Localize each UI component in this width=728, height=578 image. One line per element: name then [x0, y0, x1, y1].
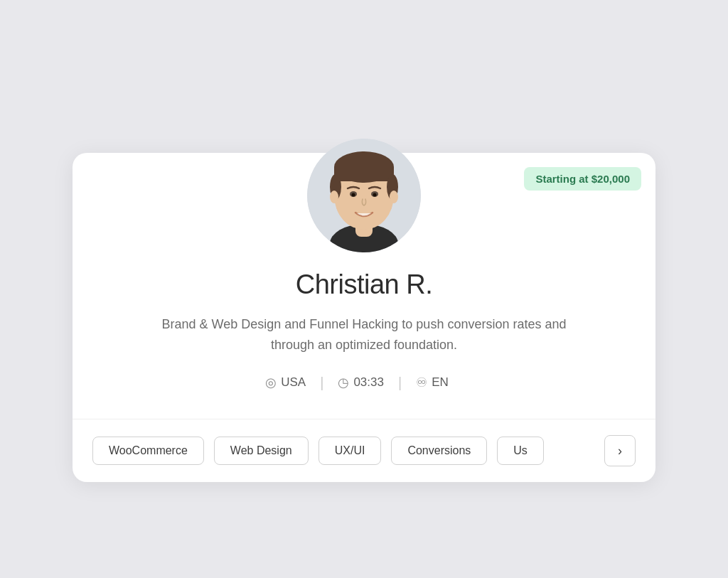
svg-point-14	[330, 191, 338, 203]
card-body: Starting at $20,000 Christian R. Brand &…	[73, 153, 655, 419]
svg-point-15	[390, 191, 398, 203]
more-tags-button[interactable]: ›	[604, 435, 636, 466]
svg-rect-5	[334, 167, 394, 181]
avatar	[307, 139, 421, 252]
location-icon: ◎	[265, 375, 277, 390]
tag-us[interactable]: Us	[497, 437, 544, 465]
clock-icon: ◷	[338, 375, 349, 390]
tag-ux-ui[interactable]: UX/UI	[318, 437, 382, 465]
expert-card: Starting at $20,000 Christian R. Brand &…	[73, 153, 655, 483]
svg-point-13	[373, 193, 377, 196]
location-meta: ◎ USA	[265, 375, 320, 390]
meta-row: ◎ USA | ◷ 03:33 | ♾ EN	[265, 375, 463, 390]
language-icon: ♾	[416, 375, 427, 390]
language-meta: ♾ EN	[402, 375, 463, 390]
time-label: 03:33	[353, 375, 384, 390]
time-meta: ◷ 03:33	[323, 375, 398, 390]
expert-bio: Brand & Web Design and Funnel Hacking to…	[151, 314, 577, 355]
expert-name: Christian R.	[296, 269, 433, 300]
price-badge: Starting at $20,000	[524, 167, 641, 191]
location-label: USA	[281, 375, 306, 390]
tag-web-design[interactable]: Web Design	[214, 437, 309, 465]
language-label: EN	[432, 375, 449, 390]
card-footer: WooCommerce Web Design UX/UI Conversions…	[73, 419, 655, 482]
svg-point-12	[352, 193, 355, 196]
tag-woocommerce[interactable]: WooCommerce	[92, 437, 204, 465]
tag-conversions[interactable]: Conversions	[391, 437, 487, 465]
